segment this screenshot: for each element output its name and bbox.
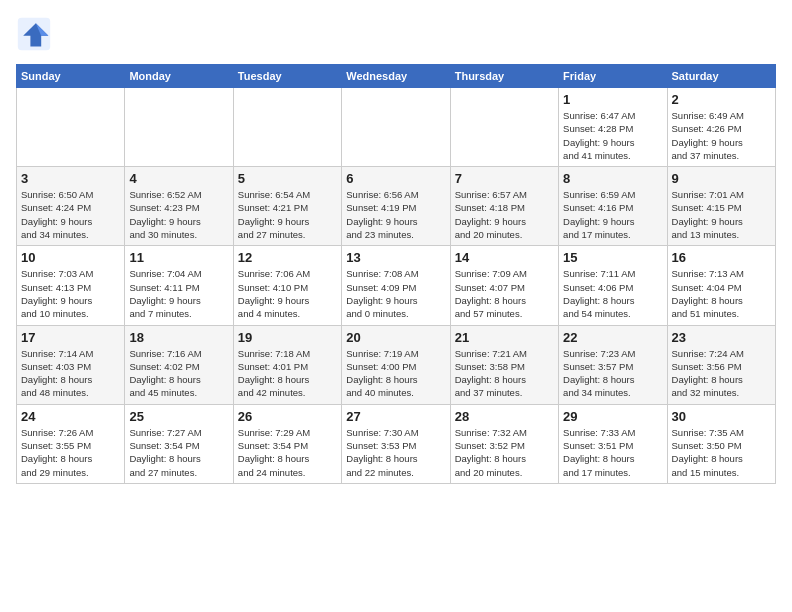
day-number: 21 bbox=[455, 330, 554, 345]
day-info: Sunrise: 6:52 AM Sunset: 4:23 PM Dayligh… bbox=[129, 188, 228, 241]
calendar-cell: 14Sunrise: 7:09 AM Sunset: 4:07 PM Dayli… bbox=[450, 246, 558, 325]
day-number: 26 bbox=[238, 409, 337, 424]
day-info: Sunrise: 7:06 AM Sunset: 4:10 PM Dayligh… bbox=[238, 267, 337, 320]
calendar-cell: 15Sunrise: 7:11 AM Sunset: 4:06 PM Dayli… bbox=[559, 246, 667, 325]
day-number: 15 bbox=[563, 250, 662, 265]
calendar-cell: 30Sunrise: 7:35 AM Sunset: 3:50 PM Dayli… bbox=[667, 404, 775, 483]
week-row-4: 17Sunrise: 7:14 AM Sunset: 4:03 PM Dayli… bbox=[17, 325, 776, 404]
day-info: Sunrise: 7:01 AM Sunset: 4:15 PM Dayligh… bbox=[672, 188, 771, 241]
day-number: 7 bbox=[455, 171, 554, 186]
day-number: 3 bbox=[21, 171, 120, 186]
calendar-cell: 19Sunrise: 7:18 AM Sunset: 4:01 PM Dayli… bbox=[233, 325, 341, 404]
calendar-cell: 17Sunrise: 7:14 AM Sunset: 4:03 PM Dayli… bbox=[17, 325, 125, 404]
day-info: Sunrise: 7:19 AM Sunset: 4:00 PM Dayligh… bbox=[346, 347, 445, 400]
weekday-header-thursday: Thursday bbox=[450, 65, 558, 88]
calendar-header-row: SundayMondayTuesdayWednesdayThursdayFrid… bbox=[17, 65, 776, 88]
logo bbox=[16, 16, 56, 52]
day-number: 8 bbox=[563, 171, 662, 186]
day-info: Sunrise: 6:50 AM Sunset: 4:24 PM Dayligh… bbox=[21, 188, 120, 241]
day-info: Sunrise: 6:57 AM Sunset: 4:18 PM Dayligh… bbox=[455, 188, 554, 241]
calendar-cell: 18Sunrise: 7:16 AM Sunset: 4:02 PM Dayli… bbox=[125, 325, 233, 404]
logo-icon bbox=[16, 16, 52, 52]
weekday-header-wednesday: Wednesday bbox=[342, 65, 450, 88]
calendar-cell: 16Sunrise: 7:13 AM Sunset: 4:04 PM Dayli… bbox=[667, 246, 775, 325]
calendar-cell: 22Sunrise: 7:23 AM Sunset: 3:57 PM Dayli… bbox=[559, 325, 667, 404]
day-info: Sunrise: 7:24 AM Sunset: 3:56 PM Dayligh… bbox=[672, 347, 771, 400]
day-info: Sunrise: 7:33 AM Sunset: 3:51 PM Dayligh… bbox=[563, 426, 662, 479]
day-info: Sunrise: 7:14 AM Sunset: 4:03 PM Dayligh… bbox=[21, 347, 120, 400]
calendar-cell bbox=[342, 88, 450, 167]
calendar-cell: 27Sunrise: 7:30 AM Sunset: 3:53 PM Dayli… bbox=[342, 404, 450, 483]
calendar-cell: 20Sunrise: 7:19 AM Sunset: 4:00 PM Dayli… bbox=[342, 325, 450, 404]
week-row-2: 3Sunrise: 6:50 AM Sunset: 4:24 PM Daylig… bbox=[17, 167, 776, 246]
day-number: 5 bbox=[238, 171, 337, 186]
day-info: Sunrise: 6:54 AM Sunset: 4:21 PM Dayligh… bbox=[238, 188, 337, 241]
calendar-cell: 23Sunrise: 7:24 AM Sunset: 3:56 PM Dayli… bbox=[667, 325, 775, 404]
day-info: Sunrise: 7:30 AM Sunset: 3:53 PM Dayligh… bbox=[346, 426, 445, 479]
calendar-cell: 4Sunrise: 6:52 AM Sunset: 4:23 PM Daylig… bbox=[125, 167, 233, 246]
day-info: Sunrise: 7:04 AM Sunset: 4:11 PM Dayligh… bbox=[129, 267, 228, 320]
calendar-header bbox=[16, 16, 776, 52]
day-info: Sunrise: 7:32 AM Sunset: 3:52 PM Dayligh… bbox=[455, 426, 554, 479]
calendar-cell: 1Sunrise: 6:47 AM Sunset: 4:28 PM Daylig… bbox=[559, 88, 667, 167]
calendar-cell: 2Sunrise: 6:49 AM Sunset: 4:26 PM Daylig… bbox=[667, 88, 775, 167]
calendar-cell: 25Sunrise: 7:27 AM Sunset: 3:54 PM Dayli… bbox=[125, 404, 233, 483]
day-number: 24 bbox=[21, 409, 120, 424]
day-number: 12 bbox=[238, 250, 337, 265]
day-info: Sunrise: 6:47 AM Sunset: 4:28 PM Dayligh… bbox=[563, 109, 662, 162]
day-info: Sunrise: 7:08 AM Sunset: 4:09 PM Dayligh… bbox=[346, 267, 445, 320]
weekday-header-saturday: Saturday bbox=[667, 65, 775, 88]
weekday-header-tuesday: Tuesday bbox=[233, 65, 341, 88]
day-number: 14 bbox=[455, 250, 554, 265]
day-info: Sunrise: 7:27 AM Sunset: 3:54 PM Dayligh… bbox=[129, 426, 228, 479]
calendar-table: SundayMondayTuesdayWednesdayThursdayFrid… bbox=[16, 64, 776, 484]
day-number: 2 bbox=[672, 92, 771, 107]
day-info: Sunrise: 7:18 AM Sunset: 4:01 PM Dayligh… bbox=[238, 347, 337, 400]
day-info: Sunrise: 6:49 AM Sunset: 4:26 PM Dayligh… bbox=[672, 109, 771, 162]
calendar-cell: 7Sunrise: 6:57 AM Sunset: 4:18 PM Daylig… bbox=[450, 167, 558, 246]
day-number: 22 bbox=[563, 330, 662, 345]
calendar-cell: 10Sunrise: 7:03 AM Sunset: 4:13 PM Dayli… bbox=[17, 246, 125, 325]
calendar-cell bbox=[233, 88, 341, 167]
day-number: 9 bbox=[672, 171, 771, 186]
day-number: 13 bbox=[346, 250, 445, 265]
weekday-header-friday: Friday bbox=[559, 65, 667, 88]
day-number: 27 bbox=[346, 409, 445, 424]
day-number: 30 bbox=[672, 409, 771, 424]
day-info: Sunrise: 7:29 AM Sunset: 3:54 PM Dayligh… bbox=[238, 426, 337, 479]
day-info: Sunrise: 7:09 AM Sunset: 4:07 PM Dayligh… bbox=[455, 267, 554, 320]
day-info: Sunrise: 7:13 AM Sunset: 4:04 PM Dayligh… bbox=[672, 267, 771, 320]
week-row-1: 1Sunrise: 6:47 AM Sunset: 4:28 PM Daylig… bbox=[17, 88, 776, 167]
day-number: 17 bbox=[21, 330, 120, 345]
day-number: 10 bbox=[21, 250, 120, 265]
calendar-cell: 8Sunrise: 6:59 AM Sunset: 4:16 PM Daylig… bbox=[559, 167, 667, 246]
calendar-cell: 6Sunrise: 6:56 AM Sunset: 4:19 PM Daylig… bbox=[342, 167, 450, 246]
calendar-cell: 3Sunrise: 6:50 AM Sunset: 4:24 PM Daylig… bbox=[17, 167, 125, 246]
calendar-cell: 9Sunrise: 7:01 AM Sunset: 4:15 PM Daylig… bbox=[667, 167, 775, 246]
weekday-header-sunday: Sunday bbox=[17, 65, 125, 88]
calendar-cell bbox=[450, 88, 558, 167]
day-info: Sunrise: 7:23 AM Sunset: 3:57 PM Dayligh… bbox=[563, 347, 662, 400]
calendar-cell: 21Sunrise: 7:21 AM Sunset: 3:58 PM Dayli… bbox=[450, 325, 558, 404]
day-number: 28 bbox=[455, 409, 554, 424]
day-number: 11 bbox=[129, 250, 228, 265]
calendar-cell: 13Sunrise: 7:08 AM Sunset: 4:09 PM Dayli… bbox=[342, 246, 450, 325]
day-info: Sunrise: 7:03 AM Sunset: 4:13 PM Dayligh… bbox=[21, 267, 120, 320]
day-info: Sunrise: 7:21 AM Sunset: 3:58 PM Dayligh… bbox=[455, 347, 554, 400]
week-row-5: 24Sunrise: 7:26 AM Sunset: 3:55 PM Dayli… bbox=[17, 404, 776, 483]
calendar-cell bbox=[17, 88, 125, 167]
day-number: 16 bbox=[672, 250, 771, 265]
day-number: 20 bbox=[346, 330, 445, 345]
calendar-cell: 28Sunrise: 7:32 AM Sunset: 3:52 PM Dayli… bbox=[450, 404, 558, 483]
day-info: Sunrise: 7:26 AM Sunset: 3:55 PM Dayligh… bbox=[21, 426, 120, 479]
calendar-cell bbox=[125, 88, 233, 167]
calendar-cell: 26Sunrise: 7:29 AM Sunset: 3:54 PM Dayli… bbox=[233, 404, 341, 483]
calendar-cell: 29Sunrise: 7:33 AM Sunset: 3:51 PM Dayli… bbox=[559, 404, 667, 483]
day-number: 19 bbox=[238, 330, 337, 345]
calendar-cell: 5Sunrise: 6:54 AM Sunset: 4:21 PM Daylig… bbox=[233, 167, 341, 246]
calendar-cell: 11Sunrise: 7:04 AM Sunset: 4:11 PM Dayli… bbox=[125, 246, 233, 325]
week-row-3: 10Sunrise: 7:03 AM Sunset: 4:13 PM Dayli… bbox=[17, 246, 776, 325]
day-number: 29 bbox=[563, 409, 662, 424]
day-number: 23 bbox=[672, 330, 771, 345]
weekday-header-monday: Monday bbox=[125, 65, 233, 88]
